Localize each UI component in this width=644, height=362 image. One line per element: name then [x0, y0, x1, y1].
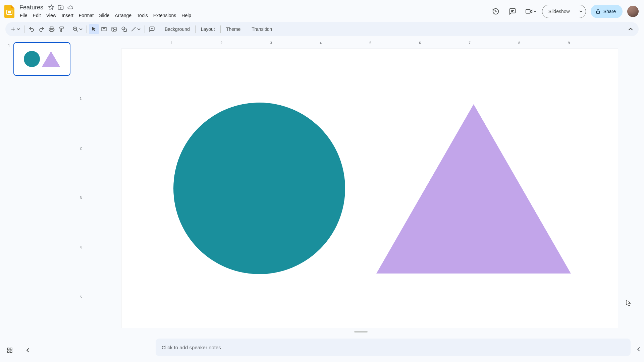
document-title[interactable]: Features — [17, 4, 45, 11]
side-panel-rail — [633, 38, 644, 362]
slideshow-button-group: Slideshow — [542, 5, 586, 18]
theme-button[interactable]: Theme — [223, 24, 244, 34]
share-label: Share — [603, 9, 616, 14]
account-avatar[interactable] — [627, 6, 639, 17]
menu-arrange[interactable]: Arrange — [112, 11, 134, 19]
circle-shape[interactable] — [173, 103, 345, 274]
textbox-tool[interactable] — [99, 24, 109, 34]
meet-button[interactable] — [523, 6, 537, 16]
comment-tool[interactable] — [147, 24, 157, 34]
expand-side-panel-button[interactable] — [635, 345, 643, 353]
slideshow-dropdown[interactable] — [576, 5, 586, 18]
history-icon[interactable] — [490, 5, 502, 17]
cloud-status-icon[interactable] — [67, 4, 73, 11]
move-folder-icon[interactable] — [57, 4, 64, 11]
comments-icon[interactable] — [506, 5, 519, 17]
speaker-notes[interactable]: Click to add speaker notes — [156, 339, 631, 356]
zoom-button[interactable] — [71, 24, 85, 34]
collapse-toolbar-button[interactable] — [626, 24, 635, 34]
svg-rect-3 — [596, 11, 599, 13]
triangle-shape[interactable] — [376, 104, 571, 274]
select-tool[interactable] — [89, 24, 99, 34]
redo-button[interactable] — [37, 24, 47, 34]
collapse-filmstrip-button[interactable] — [23, 346, 32, 355]
layout-button[interactable]: Layout — [198, 24, 218, 34]
menu-help[interactable]: Help — [179, 11, 194, 19]
svg-rect-13 — [7, 351, 9, 353]
menu-view[interactable]: View — [44, 11, 59, 19]
svg-rect-14 — [10, 351, 12, 353]
menu-format[interactable]: Format — [76, 11, 96, 19]
shape-tool[interactable] — [119, 24, 129, 34]
notes-resize-handle[interactable] — [354, 331, 368, 333]
mouse-cursor-icon — [626, 300, 631, 306]
chevron-down-icon — [78, 27, 83, 31]
app-header: Features File Edit View Insert Format Sl… — [0, 0, 644, 21]
horizontal-ruler[interactable]: 1 2 3 4 5 6 7 8 9 — [85, 38, 644, 45]
thumbnail-circle-shape — [24, 51, 40, 67]
slide-thumbnail-row: 1 — [7, 42, 74, 76]
slides-app-icon[interactable] — [3, 5, 16, 18]
canvas-area: 1 2 3 4 5 6 7 8 9 1 2 3 4 5 — [78, 38, 644, 362]
chevron-down-icon — [137, 27, 141, 31]
menu-file[interactable]: File — [17, 11, 30, 19]
header-actions: Slideshow Share — [490, 5, 639, 18]
menu-insert[interactable]: Insert — [59, 11, 76, 19]
share-button[interactable]: Share — [591, 5, 623, 18]
svg-rect-7 — [112, 27, 116, 31]
paint-format-button[interactable] — [57, 24, 67, 34]
svg-point-9 — [122, 27, 125, 30]
slide-number: 1 — [7, 42, 10, 76]
grid-view-button[interactable] — [5, 346, 14, 355]
workspace: 1 1 2 3 4 5 6 7 8 9 1 2 3 4 — [0, 38, 644, 362]
bottom-left-controls — [5, 346, 32, 355]
menu-extensions[interactable]: Extensions — [151, 11, 178, 19]
menu-slide[interactable]: Slide — [97, 11, 112, 19]
svg-rect-2 — [526, 10, 530, 13]
image-tool[interactable] — [109, 24, 119, 34]
menu-edit[interactable]: Edit — [31, 11, 43, 19]
background-button[interactable]: Background — [161, 24, 193, 34]
star-icon[interactable] — [48, 4, 55, 11]
slide-1-thumbnail[interactable] — [13, 42, 70, 76]
menu-bar: File Edit View Insert Format Slide Arran… — [17, 11, 194, 19]
svg-rect-4 — [50, 30, 53, 32]
thumbnail-triangle-shape — [42, 51, 60, 67]
chevron-down-icon — [16, 27, 21, 31]
svg-rect-10 — [124, 29, 126, 32]
print-button[interactable] — [47, 24, 57, 34]
transition-button[interactable]: Transition — [248, 24, 275, 34]
svg-rect-11 — [7, 348, 9, 350]
svg-rect-12 — [10, 348, 12, 350]
slide-stage[interactable] — [78, 45, 644, 362]
speaker-notes-placeholder: Click to add speaker notes — [162, 345, 221, 350]
svg-rect-1 — [8, 11, 11, 13]
new-slide-button[interactable] — [9, 24, 22, 34]
lock-icon — [595, 9, 601, 14]
menu-tools[interactable]: Tools — [135, 11, 150, 19]
chevron-down-icon — [533, 10, 537, 13]
title-area: Features File Edit View Insert Format Sl… — [17, 3, 194, 19]
line-tool[interactable] — [129, 24, 143, 34]
undo-button[interactable] — [26, 24, 37, 34]
slide-canvas[interactable] — [121, 49, 618, 328]
toolbar: Background Layout Theme Transition — [5, 22, 639, 36]
slideshow-button[interactable]: Slideshow — [542, 5, 576, 18]
svg-point-8 — [113, 28, 114, 29]
filmstrip[interactable]: 1 — [0, 38, 78, 362]
